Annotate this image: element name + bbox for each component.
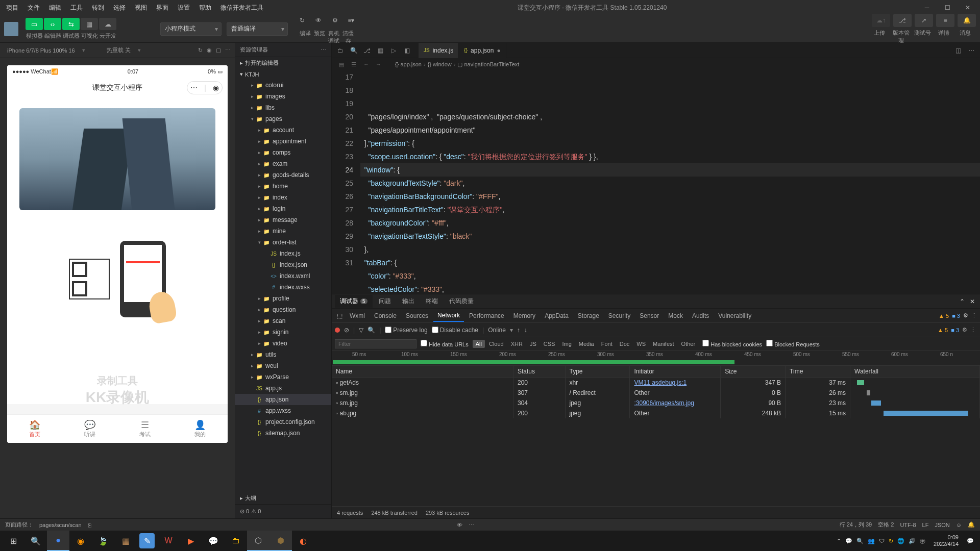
filter-Manifest[interactable]: Manifest	[650, 340, 677, 348]
filter-Img[interactable]: Img	[559, 340, 574, 348]
network-row[interactable]: ▫ getAds200xhrVM11 asdebug.js:1347 B37 m…	[332, 378, 980, 388]
tree-item-pages[interactable]: ▾📁pages	[235, 113, 331, 124]
tree-item-goods-details[interactable]: ▸📁goods-details	[235, 169, 331, 181]
feedback-icon[interactable]: ☺	[956, 522, 962, 528]
network-row[interactable]: ▫ sm.jpg304jpeg:30906/images/sm.jpg90 B2…	[332, 398, 980, 408]
maximize-button[interactable]: ☐	[937, 0, 958, 15]
filter-JS[interactable]: JS	[527, 340, 540, 348]
disable-cache-checkbox[interactable]: Disable cache	[432, 327, 478, 334]
version-button[interactable]: ⎇	[893, 14, 912, 27]
notice-button[interactable]: 🔔	[958, 14, 976, 27]
hide-dataurls-checkbox[interactable]: Hide data URLs	[421, 340, 469, 347]
tab-app.json[interactable]: {}app.json●	[459, 43, 506, 58]
project-section[interactable]: ▾ KTJH	[235, 69, 331, 80]
tree-item-mine[interactable]: ▸📁mine	[235, 226, 331, 237]
tree-item-weui[interactable]: ▸📁weui	[235, 360, 331, 371]
encoding[interactable]: UTF-8	[900, 522, 916, 528]
filter-toggle-icon[interactable]: ▽	[359, 327, 363, 334]
col-Type[interactable]: Type	[565, 366, 630, 378]
cloud-button[interactable]: ☁	[99, 18, 116, 30]
filter-WS[interactable]: WS	[633, 340, 649, 348]
devtools-inspect-icon[interactable]: ⬚	[335, 310, 345, 321]
col-Size[interactable]: Size	[721, 366, 786, 378]
copy-path-icon[interactable]: ⎘	[88, 522, 91, 528]
tray-volume-icon[interactable]: 🔊	[909, 538, 916, 544]
compile-button[interactable]: ↻	[295, 13, 309, 28]
throttle-select[interactable]: Online	[488, 327, 506, 334]
blocked-cookies-checkbox[interactable]: Has blocked cookies	[702, 340, 762, 347]
warning-count[interactable]: ⚠ 0	[251, 508, 261, 515]
tab-lecture[interactable]: 💬听课	[62, 415, 117, 443]
preview-toggle-icon[interactable]: 👁	[457, 522, 462, 528]
tree-item-images[interactable]: ▸📁images	[235, 91, 331, 102]
tray-wechat-icon[interactable]: 💬	[845, 538, 852, 544]
col-Status[interactable]: Status	[513, 366, 565, 378]
outline-section[interactable]: ▸ 大纲	[235, 492, 331, 504]
filter-Font[interactable]: Font	[598, 340, 616, 348]
scm-icon[interactable]: ⎇	[360, 44, 374, 57]
menu-帮助[interactable]: 帮助	[195, 2, 215, 14]
tree-item-account[interactable]: ▸📁account	[235, 124, 331, 136]
explorer-more-icon[interactable]: ⋯	[321, 46, 326, 53]
dt-more-icon[interactable]: ⋮	[971, 312, 977, 319]
tab-mine[interactable]: 👤我的	[173, 415, 228, 443]
tab-exam[interactable]: ☰考试	[117, 415, 173, 443]
col-Name[interactable]: Name	[332, 366, 513, 378]
upload-icon[interactable]: ↑	[517, 327, 520, 334]
start-button[interactable]: ⊞	[2, 531, 24, 551]
taskbar-wps[interactable]: W	[157, 531, 180, 551]
filter-Media[interactable]: Media	[576, 340, 597, 348]
notification-icon[interactable]: 💬	[967, 538, 974, 544]
tree-item-project.config.json[interactable]: {}project.config.json	[235, 416, 331, 428]
dtab2-Sensor[interactable]: Sensor	[635, 310, 663, 321]
dtab2-Security[interactable]: Security	[604, 310, 634, 321]
dtab1-问题[interactable]: 问题	[374, 295, 396, 308]
debug-icon[interactable]: ▷	[387, 44, 400, 57]
tray-people-icon[interactable]: 👥	[868, 538, 875, 544]
page-path[interactable]: pages/scan/scan	[39, 522, 82, 528]
terminal-icon[interactable]: ◧	[400, 44, 413, 57]
taskbar-app1[interactable]: ◉	[69, 531, 92, 551]
devtools-settings-icon[interactable]: ⚙	[962, 327, 967, 333]
tree-item-app.json[interactable]: {}app.json	[235, 394, 331, 405]
tree-item-exam[interactable]: ▸📁exam	[235, 158, 331, 169]
realdevice-button[interactable]: ⚙	[328, 13, 342, 28]
filter-CSS[interactable]: CSS	[541, 340, 558, 348]
tray-network-icon[interactable]: 🌐	[897, 538, 904, 544]
menu-界面[interactable]: 界面	[152, 2, 173, 14]
tab-home[interactable]: 🏠首页	[7, 415, 62, 443]
taskbar-app2[interactable]: 🍃	[92, 531, 114, 551]
debugger-button[interactable]: ⇆	[62, 18, 80, 30]
dtab1-代码质量[interactable]: 代码质量	[444, 295, 479, 308]
dt-settings-icon[interactable]: ⚙	[963, 312, 968, 319]
dtab2-Network[interactable]: Network	[433, 310, 464, 322]
preview-button[interactable]: 👁	[311, 13, 326, 28]
more-icon[interactable]: ⋯	[225, 47, 231, 54]
breadcrumb[interactable]: ▤ ☰ ← → {} app.json› {} window› ▢ naviga…	[332, 58, 980, 70]
tray-sync-icon[interactable]: ↻	[889, 538, 893, 544]
tree-item-home[interactable]: ▸📁home	[235, 181, 331, 192]
editor-more-icon[interactable]: ⋯	[965, 44, 978, 57]
menu-项目[interactable]: 项目	[2, 2, 22, 14]
tree-item-question[interactable]: ▸📁question	[235, 304, 331, 315]
taskbar-clock[interactable]: 0:09 2022/4/14	[934, 534, 959, 547]
extensions-icon[interactable]: ▦	[374, 44, 387, 57]
tray-chevron-icon[interactable]: ⌃	[837, 538, 841, 544]
tree-item-colorui[interactable]: ▸📁colorui	[235, 80, 331, 91]
dt-info[interactable]: ■ 3	[952, 313, 960, 319]
refresh-icon[interactable]: ↻	[198, 47, 203, 54]
tree-item-comps[interactable]: ▸📁comps	[235, 147, 331, 158]
tab-close-icon[interactable]: ●	[497, 47, 500, 54]
test-button[interactable]: ↗	[915, 14, 933, 27]
dtab2-Wxml[interactable]: Wxml	[346, 310, 369, 321]
tree-item-app.js[interactable]: JSapp.js	[235, 383, 331, 394]
minimize-button[interactable]: ─	[917, 0, 937, 15]
upload-button[interactable]: ☁↑	[872, 14, 890, 27]
indent-setting[interactable]: 空格 2	[878, 521, 894, 529]
avatar[interactable]	[4, 22, 18, 36]
tree-item-app.wxss[interactable]: #app.wxss	[235, 405, 331, 416]
tree-item-scan[interactable]: ▸📁scan	[235, 315, 331, 327]
clearcache-button[interactable]: ≡▾	[344, 13, 358, 28]
tree-item-utils[interactable]: ▸📁utils	[235, 349, 331, 360]
visualize-button[interactable]: ▦	[81, 18, 98, 30]
